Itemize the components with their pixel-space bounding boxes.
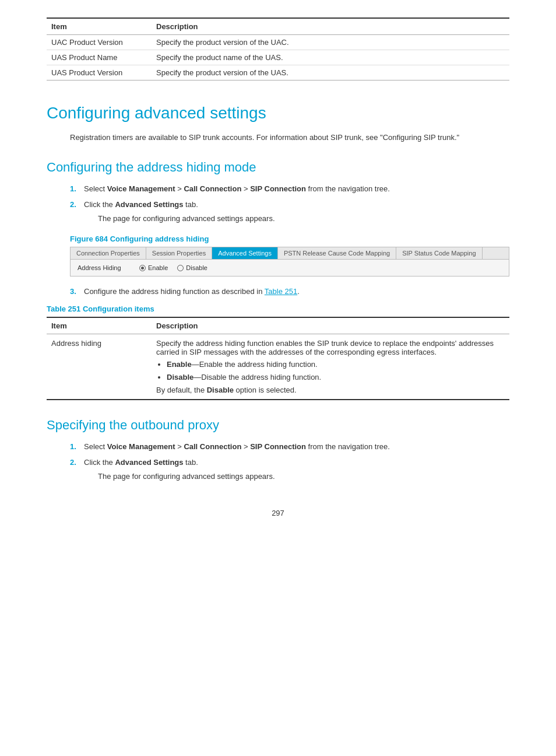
table251-header-desc: Description	[152, 317, 509, 334]
top-table-header-item: Item	[47, 18, 152, 35]
figure-684-box: Connection PropertiesSession PropertiesA…	[70, 247, 509, 276]
radio-circle-icon	[139, 265, 146, 271]
step-3-suffix: .	[297, 287, 300, 296]
table-row: UAS Product VersionSpecify the product v…	[47, 65, 509, 80]
proxy-step-1-num: 1.	[70, 441, 84, 453]
radio-label: Disable	[186, 264, 207, 271]
step-1-num: 1.	[70, 183, 84, 195]
row-item: Address hiding	[47, 334, 152, 400]
row-desc: Specify the product version of the UAC.	[152, 35, 509, 50]
top-table-header-desc: Description	[152, 18, 509, 35]
figure-field-label: Address Hiding	[78, 264, 130, 271]
table-row: Address hidingSpecify the address hiding…	[47, 334, 509, 400]
row-desc: Specify the product name of the UAS.	[152, 50, 509, 65]
bullet-list: Enable—Enable the address hiding functio…	[156, 359, 505, 383]
proxy-steps: 1. Select Voice Management > Call Connec…	[47, 441, 509, 486]
desc-intro: Specify the address hiding function enab…	[156, 339, 505, 356]
table251: Item Description Address hidingSpecify t…	[47, 317, 509, 400]
row-item: UAS Product Version	[47, 65, 152, 80]
step-3-text: Configure the address hiding function as…	[84, 286, 300, 298]
top-table: Item Description UAC Product VersionSpec…	[47, 18, 509, 80]
section-advanced-title: Configuring advanced settings	[47, 104, 509, 123]
proxy-step-1-text: Select Voice Management > Call Connectio…	[84, 441, 390, 453]
hiding-step-3: 3. Configure the address hiding function…	[70, 286, 509, 298]
hiding-step-2: 2. Click the Advanced Settings tab. The …	[70, 199, 509, 228]
table251-caption: Table 251 Configuration items	[47, 304, 509, 313]
figure-tab[interactable]: Session Properties	[146, 247, 212, 259]
figure-tab[interactable]: PSTN Release Cause Code Mapping	[278, 247, 396, 259]
step-2-num: 2.	[70, 199, 84, 228]
row-item: UAS Product Name	[47, 50, 152, 65]
row-desc: Specify the address hiding function enab…	[152, 334, 509, 400]
row-item: UAC Product Version	[47, 35, 152, 50]
radio-label: Enable	[148, 264, 168, 271]
table-row: UAC Product VersionSpecify the product v…	[47, 35, 509, 50]
figure-tab[interactable]: SIP Status Code Mapping	[396, 247, 482, 259]
proxy-step-2-num: 2.	[70, 457, 84, 485]
hiding-step-1: 1. Select Voice Management > Call Connec…	[70, 183, 509, 195]
radio-item[interactable]: Enable	[139, 264, 168, 271]
row-desc: Specify the product version of the UAS.	[152, 65, 509, 80]
table251-header-item: Item	[47, 317, 152, 334]
radio-group: EnableDisable	[139, 264, 207, 271]
section-hiding-title: Configuring the address hiding mode	[47, 160, 509, 175]
section-proxy-title: Specifying the outbound proxy	[47, 418, 509, 433]
page-number: 297	[47, 509, 509, 517]
table-row: UAS Product NameSpecify the product name…	[47, 50, 509, 65]
figure-content: Address Hiding EnableDisable	[71, 260, 509, 276]
table251-section: Table 251 Configuration items Item Descr…	[47, 304, 509, 400]
figure-684-caption: Figure 684 Configuring address hiding	[47, 235, 509, 243]
radio-item[interactable]: Disable	[177, 264, 207, 271]
step-3-num: 3.	[70, 286, 84, 298]
figure-tab[interactable]: Advanced Settings	[212, 247, 278, 259]
step-1-text: Select Voice Management > Call Connectio…	[84, 183, 390, 195]
figure-tab[interactable]: Connection Properties	[71, 247, 146, 259]
list-item: Disable—Disable the address hiding funct…	[167, 372, 505, 383]
proxy-step-1: 1. Select Voice Management > Call Connec…	[70, 441, 509, 453]
figure-tabs: Connection PropertiesSession PropertiesA…	[71, 247, 509, 260]
desc-footer: By default, the Disable option is select…	[156, 386, 505, 394]
section-advanced-body: Registration timers are available to SIP…	[47, 132, 509, 144]
hiding-step3-container: 3. Configure the address hiding function…	[47, 286, 509, 298]
step-2-sub: The page for configuring advanced settin…	[84, 213, 275, 225]
proxy-step-2-text: Click the Advanced Settings tab.	[84, 458, 198, 467]
radio-circle-icon	[177, 265, 184, 271]
hiding-steps: 1. Select Voice Management > Call Connec…	[47, 183, 509, 228]
proxy-step-2: 2. Click the Advanced Settings tab. The …	[70, 457, 509, 485]
proxy-step-2-sub: The page for configuring advanced settin…	[84, 471, 275, 482]
step-2-text: Click the Advanced Settings tab.	[84, 200, 198, 209]
list-item: Enable—Enable the address hiding functio…	[167, 359, 505, 370]
table251-link[interactable]: Table 251	[265, 287, 297, 296]
